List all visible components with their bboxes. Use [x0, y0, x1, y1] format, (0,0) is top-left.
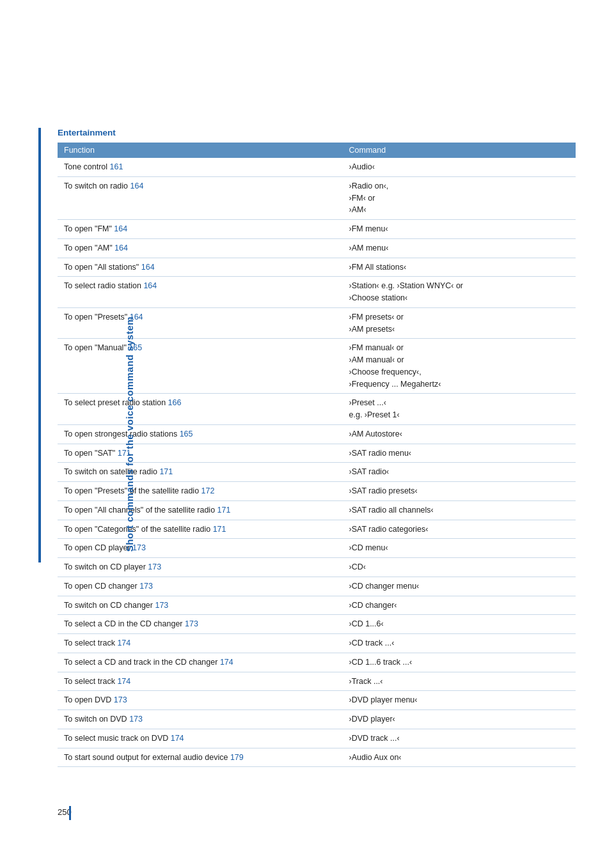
table-row: To open "All stations" 164›FM All statio… — [58, 258, 576, 277]
function-cell: To switch on CD changer 173 — [58, 596, 343, 615]
table-row: To open CD changer 173›CD changer menu‹ — [58, 577, 576, 596]
command-text: ›CD 1...6‹ — [349, 619, 384, 628]
function-text: To open "Presets" — [64, 313, 130, 322]
function-cell: To select a CD in the CD changer 173 — [58, 615, 343, 634]
command-cell: ›SAT radio menu‹ — [343, 444, 576, 463]
table-row: To open "SAT" 171›SAT radio menu‹ — [58, 444, 576, 463]
function-cell: To start sound output for external audio… — [58, 748, 343, 767]
command-text: ›FM presets‹ or — [349, 313, 404, 322]
command-text: ›FM All stations‹ — [349, 263, 407, 272]
table-row: To select music track on DVD 174›DVD tra… — [58, 729, 576, 748]
command-cell: ›SAT radio categories‹ — [343, 520, 576, 539]
command-text: e.g. ›Preset 1‹ — [349, 410, 400, 419]
function-text: To open "Categories" of the satellite ra… — [64, 525, 213, 534]
ref-number: 164 — [114, 224, 127, 233]
function-cell: To open "AM" 164 — [58, 238, 343, 258]
ref-number: 164 — [143, 281, 157, 290]
command-text: ›AM menu‹ — [349, 244, 389, 252]
command-text: ›CD changer menu‹ — [349, 582, 420, 591]
command-cell: ›SAT radio presets‹ — [343, 482, 576, 501]
function-text: To open "AM" — [64, 244, 114, 252]
command-cell: ›CD changer‹ — [343, 596, 576, 615]
function-text: To open CD player — [64, 543, 132, 552]
command-text: ›CD‹ — [349, 562, 366, 571]
table-row: To switch on CD changer 173›CD changer‹ — [58, 596, 576, 615]
command-cell: ›Preset ...‹e.g. ›Preset 1‹ — [343, 394, 576, 425]
command-text: ›SAT radio all channels‹ — [349, 506, 434, 515]
ref-number: 171 — [159, 467, 173, 476]
table-row: To open "Categories" of the satellite ra… — [58, 520, 576, 539]
command-text: ›Station‹ e.g. ›Station WNYC‹ or — [349, 281, 464, 290]
command-cell: ›Radio on‹,›FM‹ or›AM‹ — [343, 176, 576, 219]
ref-number: 174 — [117, 639, 130, 647]
command-cell: ›Audio‹ — [343, 158, 576, 176]
command-cell: ›FM menu‹ — [343, 220, 576, 239]
function-cell: To open "Categories" of the satellite ra… — [58, 520, 343, 539]
table-row: To open "Presets" 164›FM presets‹ or›AM … — [58, 307, 576, 339]
function-text: To open "All stations" — [64, 263, 141, 272]
function-cell: To open CD player 173 — [58, 539, 343, 558]
command-text: ›AM Autostore‹ — [349, 430, 402, 438]
ref-number: 165 — [180, 430, 193, 438]
command-text: ›Audio Aux on‹ — [349, 753, 402, 762]
function-cell: To open "All channels" of the satellite … — [58, 500, 343, 520]
ref-number: 174 — [220, 658, 233, 667]
ref-number: 172 — [201, 486, 215, 495]
blue-bar — [38, 128, 41, 562]
function-text: To select a CD in the CD changer — [64, 619, 185, 628]
table-row: To select preset radio station 166›Prese… — [58, 394, 576, 425]
function-text: To select a CD and track in the CD chang… — [64, 658, 220, 667]
function-text: To switch on CD changer — [64, 601, 155, 610]
function-cell: To select radio station 164 — [58, 277, 343, 308]
table-row: To select radio station 164›Station‹ e.g… — [58, 277, 576, 308]
table-row: To switch on CD player 173›CD‹ — [58, 558, 576, 577]
command-cell: ›FM presets‹ or›AM presets‹ — [343, 307, 576, 339]
command-text: ›AM manual‹ or — [349, 355, 404, 364]
ref-number: 173 — [114, 695, 127, 704]
main-content: Entertainment Function Command Tone cont… — [58, 0, 576, 767]
command-text: ›SAT radio presets‹ — [349, 486, 418, 495]
table-row: To select a CD in the CD changer 173›CD … — [58, 615, 576, 634]
command-text: ›AM presets‹ — [349, 325, 395, 334]
command-text: ›AM‹ — [349, 205, 366, 214]
command-cell: ›CD 1...6‹ — [343, 615, 576, 634]
table-row: To open DVD 173›DVD player menu‹ — [58, 691, 576, 710]
table-row: To open strongest radio stations 165›AM … — [58, 424, 576, 444]
command-text: ›Preset ...‹ — [349, 398, 386, 407]
command-cell: ›Track ...‹ — [343, 672, 576, 691]
function-text: To open "Manual" — [64, 343, 129, 352]
function-cell: To open DVD 173 — [58, 691, 343, 710]
ref-number: 164 — [141, 263, 155, 272]
command-cell: ›FM manual‹ or›AM manual‹ or›Choose freq… — [343, 339, 576, 394]
col-header-command: Command — [343, 143, 576, 158]
command-text: ›DVD player menu‹ — [349, 695, 418, 704]
function-cell: To select preset radio station 166 — [58, 394, 343, 425]
function-text: To switch on DVD — [64, 715, 129, 724]
ref-number: 161 — [110, 162, 123, 171]
function-cell: To open CD changer 173 — [58, 577, 343, 596]
function-cell: To open "Presets" 164 — [58, 307, 343, 339]
function-cell: To open "All stations" 164 — [58, 258, 343, 277]
ref-number: 173 — [139, 582, 153, 591]
ref-number: 164 — [130, 182, 144, 190]
table-row: To open CD player 173›CD menu‹ — [58, 539, 576, 558]
command-text: ›CD menu‹ — [349, 543, 388, 552]
function-text: To open DVD — [64, 695, 114, 704]
function-cell: To switch on DVD 173 — [58, 710, 343, 729]
ref-number: 173 — [129, 715, 143, 724]
table-row: To select track 174›Track ...‹ — [58, 672, 576, 691]
command-text: ›CD track ...‹ — [349, 639, 395, 647]
command-text: ›DVD track ...‹ — [349, 734, 400, 743]
function-cell: To open "FM" 164 — [58, 220, 343, 239]
function-cell: To select music track on DVD 174 — [58, 729, 343, 748]
function-cell: To select track 174 — [58, 672, 343, 691]
ref-number: 171 — [213, 525, 226, 534]
command-text: ›FM menu‹ — [349, 224, 388, 233]
command-cell: ›CD 1...6 track ...‹ — [343, 653, 576, 672]
function-text: To switch on CD player — [64, 562, 148, 571]
command-cell: ›Audio Aux on‹ — [343, 748, 576, 767]
command-text: ›Audio‹ — [349, 162, 375, 171]
function-cell: To switch on CD player 173 — [58, 558, 343, 577]
table-header-row: Function Command — [58, 143, 576, 158]
command-text: ›Choose frequency‹, — [349, 368, 421, 376]
